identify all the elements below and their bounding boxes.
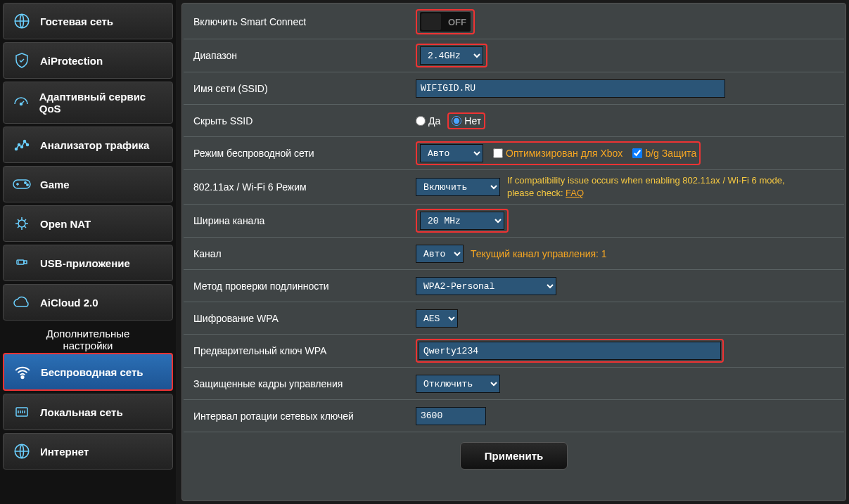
label-band: Диапазон [184,50,416,61]
label-channel: Канал [184,248,416,259]
nat-icon [11,214,33,233]
svg-rect-11 [17,260,24,264]
channel-select[interactable]: Авто [416,245,464,263]
label-wpa-key: Предварительный ключ WPA [184,345,416,356]
label-hide-ssid: Скрыть SSID [184,115,416,127]
label-channel-width: Ширина канала [184,215,416,226]
label-pmf: Защищенные кадры управления [184,378,416,389]
hide-ssid-yes[interactable]: Да [416,115,440,127]
wpa-enc-select[interactable]: AES [416,309,458,328]
sidebar-item-traffic-analyzer[interactable]: Анализатор трафика [3,127,173,163]
label-smart-connect: Включить Smart Connect [184,16,416,27]
row-wifi6: 802.11ax / Wi-Fi 6 Режим Включить If com… [184,170,844,205]
bg-protect-checkbox[interactable]: b/g Защита [632,148,696,159]
sidebar: Гостевая сеть AiProtection Адаптивный се… [0,0,176,504]
row-channel-width: Ширина канала 20 MHz [184,205,844,238]
wpa-key-input[interactable] [419,342,721,360]
pmf-select[interactable]: Отключить [416,375,500,393]
sidebar-item-wireless[interactable]: Беспроводная сеть [3,353,173,391]
rekey-input[interactable] [416,407,486,425]
shield-icon [11,51,33,70]
faq-link[interactable]: FAQ [566,188,584,198]
svg-point-13 [21,376,23,378]
gamepad-icon [11,175,33,193]
svg-point-8 [25,182,26,183]
sidebar-item-label: Анализатор трафика [40,139,149,151]
cloud-icon [11,293,33,311]
svg-rect-12 [24,261,27,264]
globe-icon [11,12,33,30]
sidebar-item-label: Беспроводная сеть [41,366,143,378]
row-ssid: Имя сети (SSID) [184,72,844,105]
wifi6-select[interactable]: Включить [416,178,500,196]
label-wireless-mode: Режим беспроводной сети [184,148,416,159]
apply-button[interactable]: Применить [460,442,568,470]
svg-point-9 [27,184,28,186]
usb-icon [11,254,33,272]
current-channel-note: Текущий канал управления: 1 [471,248,607,259]
sidebar-item-label: USB-приложение [40,257,130,269]
sidebar-item-label: Адаптивный сервис QoS [39,91,165,115]
svg-point-5 [24,141,26,143]
row-wpa-enc: Шифрование WPA AES [184,302,844,335]
sidebar-item-lan[interactable]: Локальная сеть [3,394,173,430]
label-rekey: Интервал ротации сетевых ключей [184,411,416,422]
ethernet-icon [11,403,33,421]
gauge-icon [11,93,32,112]
sidebar-item-label: Локальная сеть [40,406,123,418]
band-select[interactable]: 2.4GHz [420,46,483,65]
row-wpa-key: Предварительный ключ WPA [184,335,844,368]
sidebar-item-open-nat[interactable]: Open NAT [3,205,173,242]
hide-ssid-no[interactable]: Нет [452,115,481,127]
row-wireless-mode: Режим беспроводной сети Авто Оптимизиров… [184,137,844,170]
row-auth: Метод проверки подлинности WPA2-Personal [184,270,844,302]
smart-connect-toggle[interactable]: OFF [420,12,471,32]
advanced-settings-title: Дополнительные настройки [3,323,173,353]
sidebar-item-label: Open NAT [40,218,91,230]
sidebar-item-usb-app[interactable]: USB-приложение [3,245,173,281]
wireless-mode-select[interactable]: Авто [420,144,483,162]
chart-icon [11,136,33,154]
row-rekey: Интервал ротации сетевых ключей [184,400,844,432]
sidebar-item-guest-network[interactable]: Гостевая сеть [3,3,173,39]
label-wpa-enc: Шифрование WPA [184,313,416,324]
label-ssid: Имя сети (SSID) [184,83,416,94]
label-auth: Метод проверки подлинности [184,280,416,292]
row-smart-connect: Включить Smart Connect OFF [184,5,844,39]
sidebar-item-internet[interactable]: Интернет [3,433,173,470]
label-wifi6: 802.11ax / Wi-Fi 6 Режим [184,181,416,193]
sidebar-item-aiprotection[interactable]: AiProtection [3,42,173,79]
svg-point-1 [20,103,23,105]
row-channel: Канал Авто Текущий канал управления: 1 [184,238,844,270]
svg-point-2 [15,148,18,150]
globe-icon [11,442,33,460]
sidebar-item-label: AiCloud 2.0 [40,297,98,309]
sidebar-item-label: Интернет [40,446,89,458]
svg-point-4 [21,146,23,148]
svg-point-3 [18,144,20,146]
sidebar-item-aicloud[interactable]: AiCloud 2.0 [3,284,173,321]
row-hide-ssid: Скрыть SSID Да Нет [184,105,844,137]
sidebar-item-qos[interactable]: Адаптивный сервис QoS [3,82,173,124]
settings-panel: Включить Smart Connect OFF Диапазон 2.4G… [181,3,846,501]
channel-width-select[interactable]: 20 MHz [420,212,504,230]
sidebar-item-label: Гостевая сеть [40,15,113,27]
sidebar-item-label: AiProtection [40,55,103,67]
sidebar-item-label: Game [40,179,70,190]
wifi-icon [11,363,34,381]
svg-point-6 [27,144,29,146]
wifi6-note: If compatibility issue occurs when enabl… [507,174,796,200]
sidebar-item-game[interactable]: Game [3,166,173,202]
xbox-optimize-checkbox[interactable]: Оптимизирован для Xbox [493,148,623,159]
ssid-input[interactable] [416,79,725,98]
row-band: Диапазон 2.4GHz [184,39,844,72]
auth-select[interactable]: WPA2-Personal [416,277,556,295]
row-pmf: Защищенные кадры управления Отключить [184,368,844,400]
